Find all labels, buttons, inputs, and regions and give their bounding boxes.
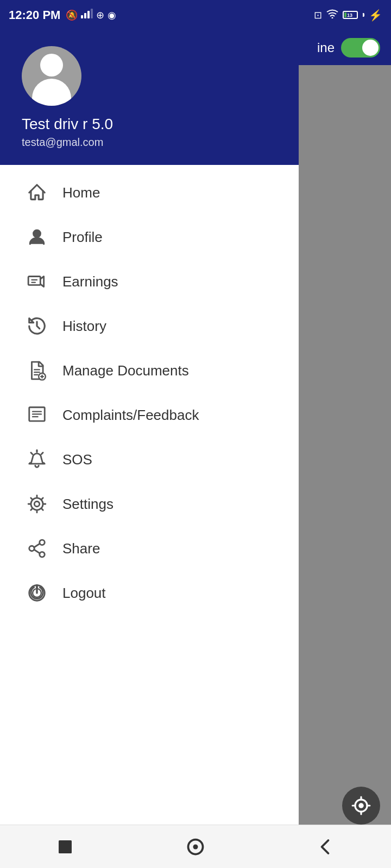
battery-percent: 13 xyxy=(345,12,355,18)
complaints-feedback-label: Complaints/Feedback xyxy=(62,407,199,424)
mute-icon: 🔕 xyxy=(66,9,78,21)
drawer-header: Test driv r 5.0 testa@gmal.com xyxy=(0,30,299,165)
status-left: 12:20 PM 🔕 ⊕ ◉ xyxy=(9,8,116,22)
sidebar-item-sos[interactable]: SOS xyxy=(0,437,299,482)
sidebar-item-manage-documents[interactable]: Manage Documents xyxy=(0,348,299,393)
svg-rect-3 xyxy=(91,9,93,18)
logout-label: Logout xyxy=(62,585,106,602)
manage-documents-label: Manage Documents xyxy=(62,362,189,379)
location-status-icon: ⊕ xyxy=(96,9,104,21)
share-label: Share xyxy=(62,540,100,557)
feedback-icon xyxy=(22,405,52,425)
settings-icon xyxy=(22,494,52,514)
screen-icon: ⊡ xyxy=(314,9,322,21)
sidebar-item-logout[interactable]: Logout xyxy=(0,571,299,615)
location-button[interactable] xyxy=(342,787,380,825)
drawer: Test driv r 5.0 testa@gmal.com Home xyxy=(0,30,299,868)
svg-rect-1 xyxy=(84,13,86,18)
online-bar: ine xyxy=(299,30,391,65)
svg-point-5 xyxy=(33,230,40,237)
sidebar-item-earnings[interactable]: Earnings xyxy=(0,259,299,304)
svg-rect-2 xyxy=(87,11,90,18)
user-name: Test driv r 5.0 xyxy=(22,116,282,133)
back-icon xyxy=(316,837,336,857)
sidebar-item-complaints-feedback[interactable]: Complaints/Feedback xyxy=(0,393,299,437)
sidebar-item-share[interactable]: Share xyxy=(0,526,299,571)
status-bar: 12:20 PM 🔕 ⊕ ◉ ⊡ xyxy=(0,0,391,30)
history-icon xyxy=(22,316,52,336)
earnings-icon xyxy=(22,271,52,292)
svg-line-16 xyxy=(34,544,40,547)
stop-icon xyxy=(55,837,75,857)
menu-list: Home Profile xyxy=(0,165,299,868)
svg-point-14 xyxy=(29,546,34,551)
home-label: Home xyxy=(62,184,100,201)
status-time: 12:20 PM xyxy=(9,8,60,22)
sidebar-item-history[interactable]: History xyxy=(0,304,299,348)
main-container: Test driv r 5.0 testa@gmal.com Home xyxy=(0,30,391,868)
svg-line-11 xyxy=(41,452,43,454)
nav-home-button[interactable] xyxy=(174,831,217,863)
status-right: ⊡ 13 ⚡ xyxy=(314,9,382,22)
battery-icon: 13 xyxy=(343,11,358,19)
svg-point-22 xyxy=(358,803,364,808)
svg-rect-0 xyxy=(81,15,83,18)
toggle-knob xyxy=(362,40,379,56)
earnings-label: Earnings xyxy=(62,273,118,290)
avatar xyxy=(22,46,81,106)
circle-icon xyxy=(186,837,205,857)
profile-icon xyxy=(22,227,52,247)
profile-label: Profile xyxy=(62,229,103,246)
charging-icon: ⚡ xyxy=(369,9,382,22)
avatar-person xyxy=(22,46,81,106)
svg-line-10 xyxy=(30,452,32,454)
signal-icon xyxy=(81,9,93,21)
wifi-icon xyxy=(326,9,338,21)
status-icons: 🔕 ⊕ ◉ xyxy=(66,9,116,21)
settings-label: Settings xyxy=(62,496,113,513)
svg-rect-24 xyxy=(59,840,72,853)
battery-tip xyxy=(363,13,364,17)
svg-point-26 xyxy=(193,844,198,849)
user-email: testa@gmal.com xyxy=(22,136,282,149)
svg-rect-6 xyxy=(28,277,40,285)
avatar-body xyxy=(32,79,71,106)
sidebar-item-home[interactable]: Home xyxy=(0,170,299,215)
location-icon xyxy=(351,795,371,816)
svg-point-12 xyxy=(34,501,40,507)
svg-line-17 xyxy=(34,550,40,553)
nav-back-button[interactable] xyxy=(304,831,348,863)
avatar-head xyxy=(40,54,63,76)
sos-label: SOS xyxy=(62,451,92,468)
online-toggle[interactable] xyxy=(341,38,380,58)
svg-point-15 xyxy=(39,552,45,557)
nav-stop-button[interactable] xyxy=(43,831,87,863)
overlay-right: ine xyxy=(299,30,391,868)
svg-point-4 xyxy=(332,17,333,19)
sos-icon xyxy=(22,449,52,470)
share-icon xyxy=(22,538,52,559)
home-icon xyxy=(22,182,52,203)
vpn-icon: ◉ xyxy=(108,9,116,21)
sidebar-item-profile[interactable]: Profile xyxy=(0,215,299,259)
history-label: History xyxy=(62,318,106,335)
online-label: ine xyxy=(317,40,335,55)
sidebar-item-settings[interactable]: Settings xyxy=(0,482,299,526)
documents-icon xyxy=(22,360,52,381)
bottom-nav xyxy=(0,825,391,868)
svg-point-13 xyxy=(39,540,45,545)
logout-icon xyxy=(22,583,52,603)
